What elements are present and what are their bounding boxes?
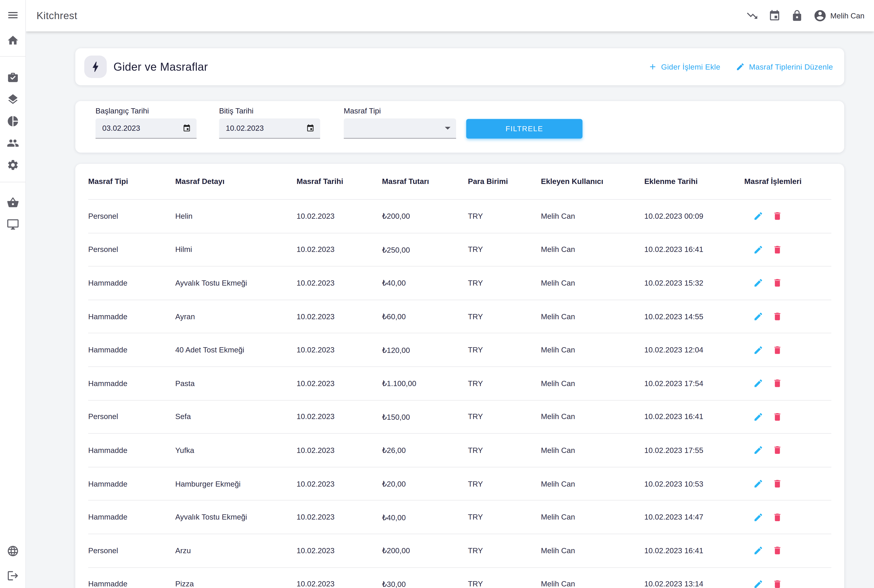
cell-expense-detail: Yufka bbox=[175, 446, 296, 454]
edit-row-button[interactable] bbox=[753, 412, 763, 422]
delete-row-button[interactable] bbox=[772, 211, 782, 221]
cell-currency: TRY bbox=[468, 580, 541, 588]
cell-currency: TRY bbox=[468, 212, 541, 220]
add-expense-button[interactable]: Gider İşlemi Ekle bbox=[648, 62, 721, 71]
cell-expense-date: 10.02.2023 bbox=[296, 245, 382, 254]
caret-down-icon bbox=[445, 127, 451, 130]
cell-expense-date: 10.02.2023 bbox=[296, 513, 382, 521]
cell-expense-date: 10.02.2023 bbox=[296, 580, 382, 588]
delete-row-button[interactable] bbox=[772, 244, 782, 255]
cell-expense-detail: Pasta bbox=[175, 379, 296, 388]
delete-row-button[interactable] bbox=[772, 445, 782, 455]
cell-added-at: 10.02.2023 14:47 bbox=[644, 513, 744, 521]
cell-expense-type: Hammadde bbox=[88, 379, 175, 388]
cell-expense-detail: Arzu bbox=[175, 546, 296, 555]
cell-expense-type: Hammadde bbox=[88, 312, 175, 321]
pie-chart-icon[interactable] bbox=[6, 115, 19, 128]
filter-submit-button[interactable]: FILTRELE bbox=[466, 119, 582, 138]
edit-row-button[interactable] bbox=[753, 512, 763, 522]
cell-added-at: 10.02.2023 14:55 bbox=[644, 312, 744, 321]
logout-icon[interactable] bbox=[6, 570, 19, 582]
table-row: Personel Hilmi 10.02.2023 ₺250,00 TRY Me… bbox=[88, 233, 831, 267]
end-date-label: Bitiş Tarihi bbox=[219, 106, 320, 115]
cell-added-at: 10.02.2023 10:53 bbox=[644, 480, 744, 488]
globe-language-icon[interactable] bbox=[6, 545, 19, 557]
user-menu[interactable]: Melih Can bbox=[814, 9, 865, 22]
cell-currency: TRY bbox=[468, 480, 541, 488]
col-header: Ekleyen Kullanıcı bbox=[541, 177, 644, 186]
edit-row-button[interactable] bbox=[753, 244, 763, 255]
pencil-icon bbox=[753, 278, 763, 288]
delete-row-button[interactable] bbox=[772, 312, 782, 321]
page-title: Gider ve Masraflar bbox=[114, 60, 208, 73]
end-date-input[interactable]: 10.02.2023 bbox=[219, 118, 320, 139]
home-icon[interactable] bbox=[6, 34, 19, 46]
cell-added-at: 10.02.2023 00:09 bbox=[644, 212, 744, 220]
filter-card: Başlangıç Tarihi 03.02.2023 Bitiş Tarihi… bbox=[75, 101, 844, 153]
table-row: Hammadde Ayvalık Tostu Ekmeği 10.02.2023… bbox=[88, 501, 831, 534]
lock-icon[interactable] bbox=[791, 9, 803, 22]
cell-row-actions bbox=[744, 378, 832, 388]
trending-down-icon[interactable] bbox=[746, 9, 758, 22]
edit-row-button[interactable] bbox=[753, 278, 763, 288]
delete-row-button[interactable] bbox=[772, 478, 782, 489]
page-header-actions: Gider İşlemi Ekle Masraf Tiplerini Düzen… bbox=[648, 62, 833, 71]
table-row: Hammadde Ayran 10.02.2023 ₺60,00 TRY Mel… bbox=[88, 300, 831, 334]
cell-currency: TRY bbox=[468, 413, 541, 421]
calendar-icon[interactable] bbox=[182, 124, 191, 132]
edit-row-button[interactable] bbox=[753, 546, 763, 555]
start-date-input[interactable]: 03.02.2023 bbox=[96, 118, 197, 139]
cell-added-at: 10.02.2023 16:41 bbox=[644, 245, 744, 254]
calendar-icon[interactable] bbox=[769, 9, 781, 22]
cell-added-by: Melih Can bbox=[541, 245, 644, 254]
cell-expense-date: 10.02.2023 bbox=[296, 212, 382, 220]
hamburger-menu-icon[interactable] bbox=[6, 9, 19, 21]
delete-row-button[interactable] bbox=[772, 512, 782, 522]
delete-row-button[interactable] bbox=[772, 546, 782, 555]
delete-row-button[interactable] bbox=[772, 579, 782, 588]
cell-added-by: Melih Can bbox=[541, 446, 644, 454]
cell-expense-detail: Ayvalık Tostu Ekmeği bbox=[175, 513, 296, 521]
calendar-icon[interactable] bbox=[306, 124, 314, 132]
monitor-icon[interactable] bbox=[6, 218, 19, 231]
cell-expense-amount: ₺200,00 bbox=[382, 546, 468, 555]
edit-row-button[interactable] bbox=[753, 445, 763, 455]
edit-row-button[interactable] bbox=[753, 378, 763, 388]
cell-added-at: 10.02.2023 16:41 bbox=[644, 413, 744, 421]
lightning-bolt-icon bbox=[84, 56, 107, 78]
tasks-check-icon[interactable] bbox=[6, 71, 19, 84]
cell-row-actions bbox=[744, 546, 832, 555]
account-circle-icon bbox=[814, 9, 827, 22]
cell-expense-type: Hammadde bbox=[88, 346, 175, 354]
cell-added-at: 10.02.2023 12:04 bbox=[644, 346, 744, 354]
layers-icon[interactable] bbox=[6, 93, 19, 105]
cell-currency: TRY bbox=[468, 312, 541, 321]
delete-row-button[interactable] bbox=[772, 345, 782, 355]
edit-row-button[interactable] bbox=[753, 345, 763, 355]
edit-row-button[interactable] bbox=[753, 312, 763, 321]
expenses-table-card: Masraf Tipi Masraf Detayı Masraf Tarihi … bbox=[75, 164, 844, 588]
delete-row-button[interactable] bbox=[772, 412, 782, 422]
expense-type-label: Masraf Tipi bbox=[344, 106, 456, 115]
settings-gear-icon[interactable] bbox=[6, 159, 19, 171]
table-row: Hammadde Pasta 10.02.2023 ₺1.100,00 TRY … bbox=[88, 367, 831, 400]
end-date-field: Bitiş Tarihi 10.02.2023 bbox=[219, 106, 320, 139]
trash-icon bbox=[772, 312, 782, 321]
edit-expense-types-button[interactable]: Masraf Tiplerini Düzenle bbox=[736, 62, 833, 71]
edit-row-button[interactable] bbox=[753, 579, 763, 588]
trash-icon bbox=[772, 211, 782, 221]
trash-icon bbox=[772, 278, 782, 288]
cell-added-by: Melih Can bbox=[541, 212, 644, 220]
delete-row-button[interactable] bbox=[772, 278, 782, 288]
expense-type-select[interactable] bbox=[344, 118, 456, 139]
app-root: Kitchrest Melih Can bbox=[0, 0, 874, 588]
edit-row-button[interactable] bbox=[753, 478, 763, 489]
shopping-basket-icon[interactable] bbox=[6, 196, 19, 209]
cell-added-by: Melih Can bbox=[541, 480, 644, 488]
cell-expense-type: Hammadde bbox=[88, 480, 175, 488]
delete-row-button[interactable] bbox=[772, 378, 782, 388]
main-content: Gider ve Masraflar Gider İşlemi Ekle Mas… bbox=[26, 32, 874, 588]
people-icon[interactable] bbox=[6, 137, 19, 149]
cell-expense-type: Hammadde bbox=[88, 513, 175, 521]
edit-row-button[interactable] bbox=[753, 211, 763, 221]
